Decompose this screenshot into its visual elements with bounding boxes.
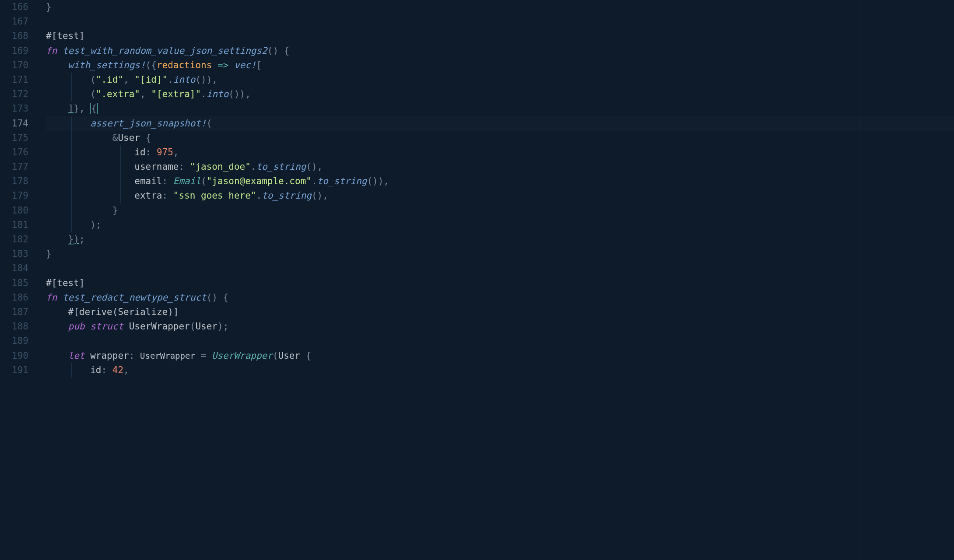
indent-guide [96,145,96,160]
code-line[interactable]: pub struct UserWrapper(User); [46,319,954,334]
indent-guide [47,174,47,189]
line-number: 182 [0,232,28,247]
indent-guide [96,203,96,218]
indent-guide [71,145,72,160]
code-line[interactable]: with_settings!({redactions => vec![ [46,58,954,73]
indent-guide [47,305,47,319]
code-line[interactable]: assert_json_snapshot!( [46,116,954,131]
code-line[interactable]: fn test_redact_newtype_struct() { [46,290,954,305]
code-line[interactable]: #[test] [46,29,954,43]
indent-guide [71,73,72,87]
line-number: 166 [0,0,28,14]
code-line[interactable]: }); [46,232,954,247]
indent-guide [47,218,47,232]
code-line[interactable]: #[derive(Serialize)] [46,305,954,319]
line-number: 183 [0,247,28,261]
code-line[interactable]: (".extra", "[extra]".into()), [46,87,954,102]
indent-guide [71,174,72,189]
code-line[interactable]: (".id", "[id]".into()), [46,73,954,87]
line-number: 186 [0,290,28,305]
line-number: 188 [0,319,28,334]
line-number: 168 [0,29,28,43]
code-line[interactable]: &User { [46,131,954,145]
line-number: 190 [0,349,28,363]
line-number: 167 [0,14,28,29]
indent-guide [71,363,72,378]
code-line[interactable]: } [46,247,954,261]
code-line[interactable]: id: 975, [46,145,954,160]
indent-guide [71,160,72,174]
indent-guide [47,363,47,378]
indent-guide [47,102,47,116]
indent-guide [71,87,72,102]
code-line[interactable]: username: "jason_doe".to_string(), [46,160,954,174]
code-line[interactable]: ]}, { [46,102,954,116]
line-number: 180 [0,203,28,218]
code-line[interactable]: } [46,203,954,218]
indent-guide [47,334,47,348]
line-number: 169 [0,44,28,58]
line-number: 185 [0,276,28,290]
indent-guide [47,232,47,247]
line-number: 191 [0,363,28,378]
code-line[interactable]: #[test] [46,276,954,290]
indent-guide [47,73,47,87]
code-line[interactable]: extra: "ssn goes here".to_string(), [46,189,954,203]
indent-guide [71,131,72,145]
indent-guide [96,174,96,189]
line-number: 171 [0,73,28,87]
indent-guide [47,160,47,174]
line-number: 174 [0,116,28,131]
indent-guide [71,203,72,218]
indent-guide [47,87,47,102]
indent-guide [96,160,96,174]
indent-guide [120,145,121,160]
code-line[interactable]: email: Email("jason@example.com".to_stri… [46,174,954,189]
line-number: 173 [0,102,28,116]
code-line[interactable] [46,14,954,29]
code-line[interactable]: ); [46,218,954,232]
indent-guide [71,189,72,203]
indent-guide [47,58,47,73]
indent-guide [47,203,47,218]
code-editor[interactable]: 1661671681691701711721731741751761771781… [0,0,954,560]
indent-guide [71,116,72,131]
line-number: 189 [0,334,28,348]
indent-guide [47,116,47,131]
indent-guide [47,319,47,334]
line-number: 179 [0,189,28,203]
indent-guide [96,131,96,145]
code-area[interactable]: }#[test]fn test_with_random_value_json_s… [37,0,954,560]
indent-guide [47,189,47,203]
line-number: 181 [0,218,28,232]
line-number: 177 [0,160,28,174]
line-number: 184 [0,261,28,276]
line-number: 178 [0,174,28,189]
indent-guide [71,218,72,232]
line-number: 187 [0,305,28,319]
code-line[interactable]: let wrapper: UserWrapper = UserWrapper(U… [46,349,954,363]
indent-guide [47,349,47,363]
code-line[interactable] [46,261,954,276]
indent-guide [120,160,121,174]
line-number: 175 [0,131,28,145]
code-line[interactable]: } [46,0,954,14]
code-line[interactable]: id: 42, [46,363,954,378]
indent-guide [96,189,96,203]
line-number: 172 [0,87,28,102]
code-line[interactable]: fn test_with_random_value_json_settings2… [46,44,954,58]
line-number: 176 [0,145,28,160]
indent-guide [120,174,121,189]
indent-guide [47,131,47,145]
indent-guide [120,189,121,203]
line-number-gutter: 1661671681691701711721731741751761771781… [0,0,37,560]
code-line[interactable] [46,334,954,348]
line-number: 170 [0,58,28,73]
indent-guide [47,145,47,160]
